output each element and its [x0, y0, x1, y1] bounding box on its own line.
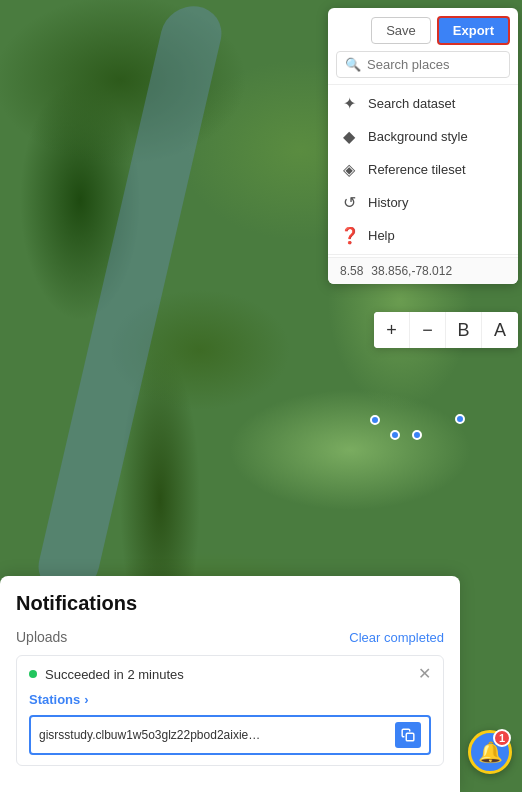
notifications-panel: Notifications Uploads Clear completed Su…: [0, 576, 460, 792]
status-dot: [29, 670, 37, 678]
notifications-title: Notifications: [16, 592, 444, 615]
coords-bar: 8.58 38.856,-78.012: [328, 257, 518, 284]
menu-item-label: History: [368, 195, 408, 210]
font-button[interactable]: A: [482, 312, 518, 348]
background-style-icon: ◆: [340, 127, 358, 146]
menu-item-reference-tileset[interactable]: ◈ Reference tileset: [328, 153, 518, 186]
map-dot: [370, 415, 380, 425]
notification-badge: 1: [493, 729, 511, 747]
map-dot: [455, 414, 465, 424]
close-upload-button[interactable]: ✕: [418, 666, 431, 682]
uploads-row: Uploads Clear completed: [16, 629, 444, 645]
upload-card: Succeeded in 2 minutes ✕ Stations › gisr…: [16, 655, 444, 766]
help-icon: ❓: [340, 226, 358, 245]
reference-tileset-icon: ◈: [340, 160, 358, 179]
svg-rect-0: [406, 733, 414, 741]
menu-item-label: Help: [368, 228, 395, 243]
menu-item-label: Background style: [368, 129, 468, 144]
upload-card-header: Succeeded in 2 minutes ✕: [29, 666, 431, 682]
uploads-label: Uploads: [16, 629, 67, 645]
upload-id-text: gisrsstudy.clbuw1w5o3glz22pbod2aixie…: [39, 728, 387, 742]
menu-item-label: Reference tileset: [368, 162, 466, 177]
export-button[interactable]: Export: [437, 16, 510, 45]
search-input[interactable]: [367, 57, 501, 72]
search-box: 🔍: [336, 51, 510, 78]
history-icon: ↺: [340, 193, 358, 212]
map-dot: [412, 430, 422, 440]
divider: [328, 84, 518, 85]
top-panel: Save Export 🔍 ✦ Search dataset ◆ Backgro…: [328, 8, 518, 284]
river-overlay: [33, 2, 228, 597]
panel-header: Save Export: [328, 8, 518, 51]
copy-id-button[interactable]: [395, 722, 421, 748]
chevron-right-icon: ›: [84, 692, 88, 707]
save-button[interactable]: Save: [371, 17, 431, 44]
status-text: Succeeded in 2 minutes: [45, 667, 184, 682]
coordinates: 38.856,-78.012: [371, 264, 452, 278]
menu-item-background-style[interactable]: ◆ Background style: [328, 120, 518, 153]
divider: [328, 254, 518, 255]
search-icon: 🔍: [345, 57, 361, 72]
upload-input-row: gisrsstudy.clbuw1w5o3glz22pbod2aixie…: [29, 715, 431, 755]
zoom-controls: + − B A: [374, 312, 518, 348]
clear-completed-button[interactable]: Clear completed: [349, 630, 444, 645]
stations-link[interactable]: Stations ›: [29, 692, 89, 707]
zoom-in-button[interactable]: +: [374, 312, 410, 348]
stations-label: Stations: [29, 692, 80, 707]
menu-item-history[interactable]: ↺ History: [328, 186, 518, 219]
bold-button[interactable]: B: [446, 312, 482, 348]
menu-item-label: Search dataset: [368, 96, 455, 111]
menu-item-help[interactable]: ❓ Help: [328, 219, 518, 252]
map-dot: [390, 430, 400, 440]
menu-item-search-dataset[interactable]: ✦ Search dataset: [328, 87, 518, 120]
upload-status: Succeeded in 2 minutes: [29, 667, 184, 682]
zoom-level: 8.58: [340, 264, 363, 278]
zoom-out-button[interactable]: −: [410, 312, 446, 348]
notification-bell[interactable]: 🔔 1: [468, 730, 512, 774]
search-dataset-icon: ✦: [340, 94, 358, 113]
